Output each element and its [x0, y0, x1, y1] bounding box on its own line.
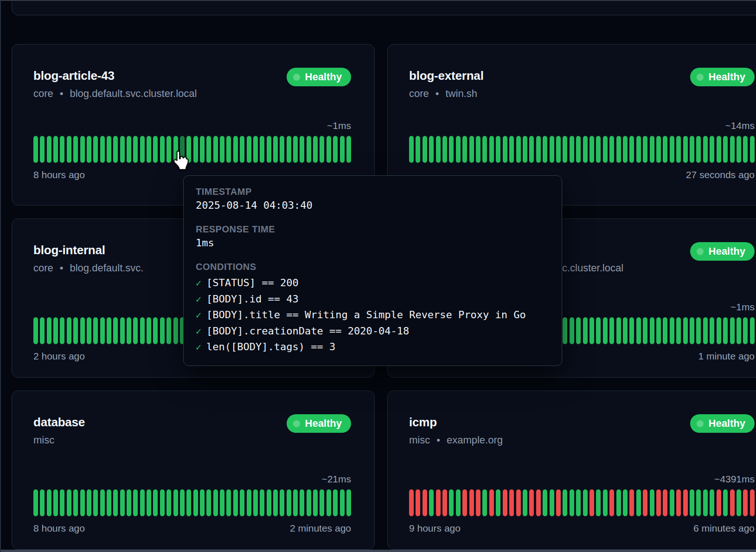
- status-bar-up[interactable]: [703, 489, 708, 516]
- status-bar-down[interactable]: [743, 489, 748, 516]
- status-bar-up[interactable]: [623, 489, 628, 516]
- status-bar-up[interactable]: [563, 317, 567, 344]
- status-bar-up[interactable]: [260, 136, 264, 163]
- status-bar-up[interactable]: [496, 136, 500, 163]
- status-bar-up[interactable]: [570, 489, 574, 516]
- status-bar-up[interactable]: [589, 317, 594, 344]
- status-bar-up[interactable]: [87, 489, 91, 516]
- status-bar-up[interactable]: [629, 317, 634, 344]
- status-bar-up[interactable]: [147, 489, 151, 516]
- status-bar-up[interactable]: [656, 317, 661, 344]
- status-bar-up[interactable]: [140, 136, 145, 163]
- status-bar-up[interactable]: [710, 489, 714, 516]
- status-bar-down[interactable]: [462, 489, 467, 516]
- status-bar-up[interactable]: [160, 317, 165, 344]
- status-bar-up[interactable]: [273, 489, 278, 516]
- status-bar-up[interactable]: [287, 489, 291, 516]
- status-bar-up[interactable]: [200, 136, 205, 163]
- status-bar-up[interactable]: [253, 489, 258, 516]
- status-bar-up[interactable]: [643, 317, 647, 344]
- status-bar-up[interactable]: [583, 489, 588, 516]
- status-bar-up[interactable]: [100, 317, 105, 344]
- status-bar-up[interactable]: [100, 489, 105, 516]
- status-bar-up[interactable]: [676, 136, 681, 163]
- status-bar-up[interactable]: [87, 136, 91, 163]
- status-bar-up[interactable]: [616, 317, 621, 344]
- status-bar-up[interactable]: [120, 489, 125, 516]
- status-bar-up[interactable]: [167, 136, 171, 163]
- status-bar-up[interactable]: [287, 136, 291, 163]
- status-bar-up[interactable]: [643, 136, 647, 163]
- status-bar-up[interactable]: [576, 489, 581, 516]
- status-bar-up[interactable]: [186, 489, 191, 516]
- status-bar-up[interactable]: [589, 136, 594, 163]
- status-bar-down[interactable]: [529, 489, 534, 516]
- status-bar-up[interactable]: [750, 136, 755, 163]
- status-bar-up[interactable]: [523, 136, 527, 163]
- status-bar-up[interactable]: [596, 317, 601, 344]
- status-bar-up[interactable]: [583, 317, 588, 344]
- status-bar-down[interactable]: [683, 489, 688, 516]
- status-bar-up[interactable]: [476, 136, 481, 163]
- status-bar-up[interactable]: [563, 489, 567, 516]
- status-bar-up[interactable]: [47, 489, 51, 516]
- status-bar-up[interactable]: [93, 136, 98, 163]
- status-bar-up[interactable]: [193, 136, 198, 163]
- status-bar-up[interactable]: [416, 136, 420, 163]
- status-bar-up[interactable]: [529, 136, 534, 163]
- status-bar-up[interactable]: [147, 317, 151, 344]
- status-bar-up[interactable]: [160, 489, 165, 516]
- status-bar-down[interactable]: [609, 489, 614, 516]
- status-bar-up[interactable]: [53, 317, 58, 344]
- status-bar-up[interactable]: [696, 489, 701, 516]
- status-bar-up[interactable]: [449, 489, 454, 516]
- status-bar-up[interactable]: [240, 136, 244, 163]
- status-bar-up[interactable]: [629, 136, 634, 163]
- status-bar-up[interactable]: [550, 136, 554, 163]
- status-bar-up[interactable]: [226, 489, 231, 516]
- status-bar-up[interactable]: [690, 136, 694, 163]
- status-bar-up[interactable]: [107, 317, 111, 344]
- status-bar-up[interactable]: [543, 489, 547, 516]
- status-bar-up[interactable]: [127, 136, 131, 163]
- status-bar-up[interactable]: [60, 489, 64, 516]
- status-bar-up[interactable]: [703, 317, 708, 344]
- status-bar-up[interactable]: [717, 317, 721, 344]
- status-bar-up[interactable]: [636, 317, 641, 344]
- status-bar-up[interactable]: [663, 317, 667, 344]
- status-bar-up[interactable]: [650, 489, 654, 516]
- status-bar-up[interactable]: [650, 136, 654, 163]
- status-bar-up[interactable]: [167, 489, 171, 516]
- status-bar-up[interactable]: [113, 136, 118, 163]
- status-bar-up[interactable]: [233, 489, 238, 516]
- status-bar-up[interactable]: [670, 136, 674, 163]
- status-bar-down[interactable]: [656, 489, 661, 516]
- status-bar-up[interactable]: [200, 489, 205, 516]
- status-bar-up[interactable]: [120, 317, 125, 344]
- status-bar-up[interactable]: [173, 317, 178, 344]
- status-bar-up[interactable]: [670, 317, 674, 344]
- status-bar-up[interactable]: [127, 489, 131, 516]
- status-bar-up[interactable]: [703, 136, 708, 163]
- status-bar-up[interactable]: [47, 317, 51, 344]
- status-bar-up[interactable]: [340, 136, 345, 163]
- status-bar-up[interactable]: [650, 317, 654, 344]
- status-bar-up[interactable]: [469, 136, 474, 163]
- status-bar-up[interactable]: [737, 489, 741, 516]
- status-bar-up[interactable]: [293, 489, 298, 516]
- status-bar-up[interactable]: [462, 136, 467, 163]
- status-bar-up[interactable]: [40, 317, 45, 344]
- status-bar-up[interactable]: [690, 317, 694, 344]
- status-bar-up[interactable]: [87, 317, 91, 344]
- status-bar-down[interactable]: [409, 489, 414, 516]
- status-bar-up[interactable]: [213, 136, 218, 163]
- status-bar-down[interactable]: [509, 489, 514, 516]
- status-bar-down[interactable]: [476, 489, 481, 516]
- status-bar-up[interactable]: [737, 136, 741, 163]
- status-bar-up[interactable]: [556, 136, 561, 163]
- status-bar-up[interactable]: [536, 136, 541, 163]
- status-bar-up[interactable]: [717, 136, 721, 163]
- status-bar-up[interactable]: [327, 136, 331, 163]
- status-bar-up[interactable]: [333, 489, 338, 516]
- status-bar-up[interactable]: [193, 489, 198, 516]
